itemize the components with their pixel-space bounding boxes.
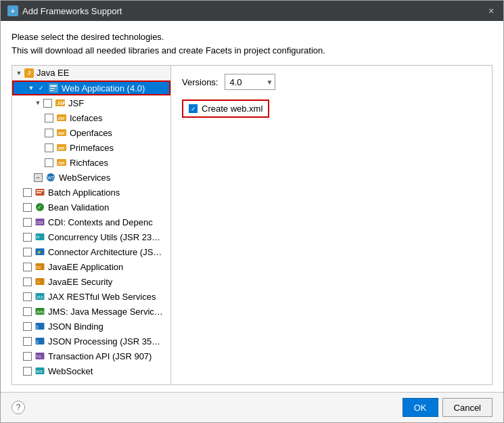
tree-item-transaction-api[interactable]: TX Transaction API (JSR 907)	[12, 349, 170, 363]
tree-item-concurrency[interactable]: ⟳ Concurrency Utils (JSR 23…	[12, 229, 170, 244]
create-webxml-label: Create web.xml	[202, 104, 262, 114]
checkbox-json-binding[interactable]	[23, 322, 32, 331]
checkbox-javaee-app[interactable]	[23, 263, 32, 271]
svg-rect-1	[50, 85, 57, 87]
checkbox-connector[interactable]	[23, 248, 32, 257]
checkbox-json-processing[interactable]	[23, 337, 32, 346]
tree-item-javaee-app[interactable]: EE JavaEE Application	[12, 259, 170, 274]
help-button[interactable]: ?	[12, 401, 25, 414]
label-icefaces: Icefaces	[70, 113, 102, 123]
json-binding-icon: {}	[35, 321, 45, 332]
svg-text:WS: WS	[47, 175, 55, 180]
label-openfaces: Openfaces	[70, 128, 112, 138]
checkbox-cdi[interactable]	[23, 218, 32, 227]
description: Please select the desired technologies. …	[12, 30, 492, 57]
label-web-application: Web Application (4.0)	[62, 83, 145, 93]
checkbox-icefaces[interactable]	[45, 114, 53, 123]
footer-right: OK Cancel	[403, 398, 492, 417]
label-jax-restful: JAX RESTful Web Services	[48, 292, 156, 302]
svg-text:✓: ✓	[37, 204, 42, 210]
checkbox-bean-validation[interactable]	[23, 203, 32, 212]
checkbox-concurrency[interactable]	[23, 233, 32, 242]
cancel-button[interactable]: Cancel	[442, 398, 492, 417]
dialog-content: Please select the desired technologies. …	[1, 21, 503, 392]
checkbox-openfaces[interactable]	[45, 129, 53, 137]
main-area: ▼ J Java EE ▼ Web Application (4.0) ▼	[12, 65, 492, 385]
tree-item-richfaces[interactable]: JSF Richfaces	[12, 155, 170, 170]
tree-item-icefaces[interactable]: JSF Icefaces	[12, 110, 170, 125]
tree-item-jsf[interactable]: ▼ JSF JSF	[12, 95, 170, 110]
checkbox-javaee-security[interactable]	[23, 277, 32, 286]
jsf-arrow: ▼	[34, 99, 42, 107]
tree-item-webservices[interactable]: WS WebServices	[12, 170, 170, 185]
icefaces-icon: JSF	[56, 112, 67, 123]
connector-icon: ⚡	[35, 246, 45, 257]
label-json-processing: JSON Processing (JSR 35…	[48, 336, 160, 347]
collapse-arrow[interactable]: ▼	[15, 69, 23, 77]
web-app-arrow: ▼	[27, 84, 35, 92]
create-webxml-container: Create web.xml	[182, 99, 269, 118]
label-javaee-app: JavaEE Application	[48, 262, 123, 272]
description-line1: Please select the desired technologies.	[12, 30, 492, 44]
svg-text:WS: WS	[36, 370, 43, 374]
tree-item-json-processing[interactable]: {} JSON Processing (JSR 35…	[12, 334, 170, 349]
javaee-app-icon: EE	[35, 261, 45, 272]
svg-text:JSF: JSF	[58, 131, 65, 135]
checkbox-batch-applications[interactable]	[23, 188, 32, 197]
websocket-icon: WS	[35, 365, 45, 376]
cdi-icon: CDI	[35, 217, 45, 227]
svg-text:JSF: JSF	[57, 101, 65, 106]
label-cdi: CDI: Contexts and Depenc	[48, 217, 153, 227]
tree-item-web-application[interactable]: ▼ Web Application (4.0)	[12, 81, 170, 95]
checkbox-web-application[interactable]	[37, 84, 45, 93]
tree-item-javaee-security[interactable]: 🔒 JavaEE Security	[12, 274, 170, 289]
tree-item-websocket[interactable]: WS WebSocket	[12, 363, 170, 378]
java-ee-header: ▼ J Java EE	[12, 66, 170, 81]
tree-item-jax-restful[interactable]: JAX JAX RESTful Web Services	[12, 289, 170, 304]
dialog-icon: +	[7, 5, 18, 16]
openfaces-icon: JSF	[56, 127, 67, 138]
label-primefaces: Primefaces	[70, 143, 114, 153]
label-webservices: WebServices	[59, 173, 110, 183]
versions-label: Versions:	[182, 77, 218, 87]
checkbox-jsf[interactable]	[43, 99, 52, 108]
java-ee-icon: J	[24, 68, 34, 78]
label-transaction-api: Transaction API (JSR 907)	[48, 351, 152, 361]
right-panel: Versions: 3.0 3.1 4.0 5.0 ▼ Create	[171, 66, 492, 384]
ok-button[interactable]: OK	[403, 398, 438, 417]
versions-row: Versions: 3.0 3.1 4.0 5.0 ▼	[182, 74, 481, 90]
tree-item-connector[interactable]: ⚡ Connector Architecture (JS…	[12, 244, 170, 259]
svg-rect-2	[50, 88, 55, 89]
svg-text:⟳: ⟳	[36, 235, 40, 240]
svg-rect-17	[37, 190, 43, 192]
dialog-title: Add Frameworks Support	[22, 6, 122, 16]
label-jms: JMS: Java Message Servic…	[48, 307, 163, 317]
label-richfaces: Richfaces	[70, 158, 108, 168]
close-button[interactable]: ×	[486, 5, 497, 16]
checkbox-websocket[interactable]	[23, 367, 32, 376]
checkbox-webservices[interactable]	[34, 173, 43, 182]
label-batch-applications: Batch Applications	[48, 187, 120, 198]
checkbox-richfaces[interactable]	[45, 158, 53, 167]
checkbox-jax-restful[interactable]	[23, 292, 32, 301]
tree-item-openfaces[interactable]: JSF Openfaces	[12, 125, 170, 140]
tree-item-primefaces[interactable]: JSF Primefaces	[12, 140, 170, 155]
create-webxml-checkbox[interactable]	[189, 104, 198, 113]
jax-icon: JAX	[35, 291, 45, 302]
tree-item-json-binding[interactable]: {} JSON Binding	[12, 319, 170, 334]
versions-select[interactable]: 3.0 3.1 4.0 5.0	[225, 74, 275, 90]
checkbox-jms[interactable]	[23, 307, 32, 316]
svg-text:TX: TX	[36, 355, 41, 359]
tree-item-cdi[interactable]: CDI CDI: Contexts and Depenc	[12, 215, 170, 229]
tree-item-batch-applications[interactable]: Batch Applications	[12, 185, 170, 200]
richfaces-icon: JSF	[56, 157, 67, 168]
primefaces-icon: JSF	[56, 142, 67, 153]
label-websocket: WebSocket	[48, 366, 93, 376]
tree-item-jms[interactable]: JMS JMS: Java Message Servic…	[12, 304, 170, 319]
svg-text:⚡: ⚡	[37, 250, 42, 255]
checkbox-transaction-api[interactable]	[23, 352, 32, 361]
tree-item-bean-validation[interactable]: ✓ Bean Validation	[12, 200, 170, 215]
checkbox-primefaces[interactable]	[45, 143, 53, 152]
svg-text:JAX: JAX	[36, 295, 43, 299]
title-bar-left: + Add Frameworks Support	[7, 5, 122, 16]
